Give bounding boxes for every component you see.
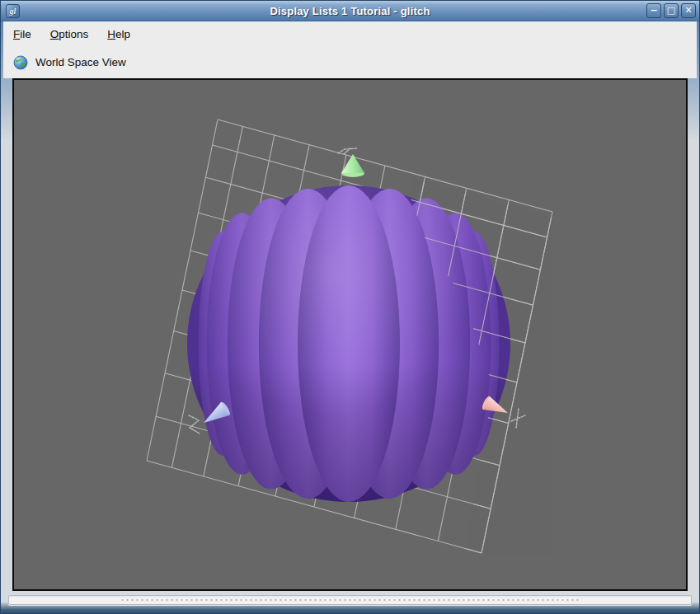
titlebar[interactable]: gl Display Lists 1 Tutorial - glitch − □… (1, 1, 699, 21)
close-icon[interactable]: ✕ (681, 3, 696, 18)
menubar: File Options Help (3, 21, 697, 46)
globe-icon (13, 55, 28, 70)
3d-scene[interactable] (14, 80, 686, 589)
lobed-sphere (187, 185, 510, 510)
menu-options[interactable]: Options (50, 28, 89, 40)
menu-file[interactable]: File (13, 28, 31, 40)
x-axis-label (511, 409, 525, 428)
statusbar-field (8, 595, 692, 605)
world-space-viewport[interactable] (12, 78, 688, 591)
maximize-icon[interactable]: □ (664, 3, 679, 18)
view-header-row: World Space View (3, 46, 697, 78)
statusbar-grip-dots (121, 598, 579, 602)
window-controls: − □ ✕ (646, 3, 696, 18)
minimize-icon[interactable]: − (646, 3, 661, 18)
y-axis-cone (341, 154, 364, 177)
view-title: World Space View (35, 56, 126, 68)
statusbar (3, 591, 697, 610)
window-title: Display Lists 1 Tutorial - glitch (1, 5, 699, 17)
app-window: gl Display Lists 1 Tutorial - glitch − □… (0, 0, 700, 614)
window-frame: gl Display Lists 1 Tutorial - glitch − □… (1, 1, 699, 613)
menu-help[interactable]: Help (107, 28, 130, 40)
z-axis-label (189, 415, 200, 434)
